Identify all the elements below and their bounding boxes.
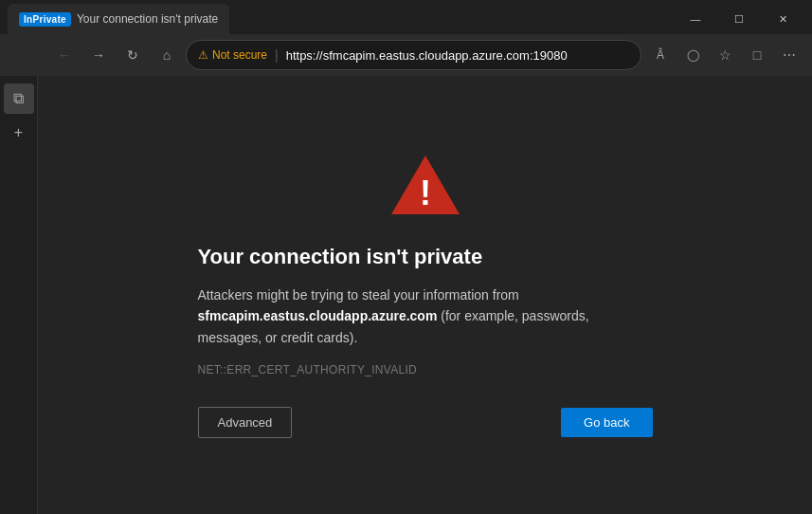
window-controls: — ☐ ✕ [674,4,804,34]
refresh-button[interactable]: ↻ [117,40,148,70]
sidebar-panel: ⧉ + [0,76,38,514]
favorites-button[interactable]: ☆ [710,40,740,70]
tab-title: Your connection isn't private [77,12,218,26]
minimize-button[interactable]: — [674,4,717,34]
tab-bar: InPrivate Your connection isn't private … [0,0,812,34]
error-title: Your connection isn't private [198,245,483,269]
active-tab[interactable]: InPrivate Your connection isn't private [8,4,229,34]
error-domain: sfmcapim.eastus.cloudapp.azure.com [198,308,438,323]
button-row: Advanced Go back [198,407,653,438]
warning-triangle-icon: ! [388,152,463,218]
separator: | [275,47,279,63]
toolbar-icons: Â ◯ ☆ □ ⋯ [645,40,804,70]
read-aloud-button[interactable]: Â [645,40,676,70]
address-bar[interactable]: ⚠ Not secure | https://sfmcapim.eastus.c… [186,40,641,70]
advanced-button[interactable]: Advanced [198,407,293,438]
svg-text:!: ! [420,174,431,212]
toolbar: ← → ↻ ⌂ ⚠ Not secure | https://sfmcapim.… [0,34,812,76]
warning-icon-wrap: ! [388,152,463,222]
sidebar-add-icon[interactable]: + [4,118,34,148]
forward-button[interactable]: → [83,40,114,70]
go-back-button[interactable]: Go back [561,408,652,437]
not-secure-indicator: ⚠ Not secure [198,48,267,62]
warning-icon: ⚠ [198,48,208,62]
inprivate-badge: InPrivate [19,12,71,27]
more-button[interactable]: ⋯ [774,40,804,70]
url-text: https://sfmcapim.eastus.cloudapp.azure.c… [286,48,629,63]
content-area: ! Your connection isn't private Attacker… [38,76,812,514]
sidebar-favorites-icon[interactable]: ⧉ [4,83,34,114]
reader-mode-button[interactable]: ◯ [677,40,708,70]
maximize-button[interactable]: ☐ [717,4,761,34]
collections-button[interactable]: □ [742,40,772,70]
close-button[interactable]: ✕ [761,4,804,34]
back-button[interactable]: ← [49,40,80,70]
error-description: Attackers might be trying to steal your … [198,285,653,348]
error-code: NET::ERR_CERT_AUTHORITY_INVALID [198,363,418,376]
home-button[interactable]: ⌂ [152,40,182,70]
error-container: ! Your connection isn't private Attacker… [179,133,672,457]
